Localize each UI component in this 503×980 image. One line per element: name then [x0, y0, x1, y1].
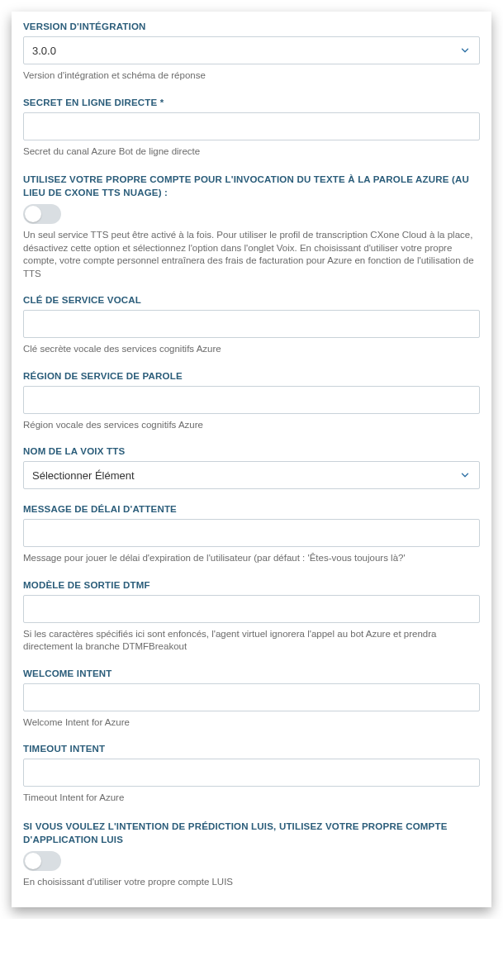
toggle-use-luis[interactable] [23, 851, 61, 871]
select-tts-voice-name-value: Sélectionner Élément [32, 469, 459, 482]
chevron-down-icon [459, 45, 471, 56]
help-welcome-intent: Welcome Intent for Azure [23, 716, 480, 730]
help-integration-version: Version d'intégration et schéma de répon… [23, 69, 480, 83]
help-timeout-intent: Timeout Intent for Azure [23, 792, 480, 805]
label-welcome-intent: WELCOME INTENT [23, 668, 480, 678]
field-integration-version: VERSION D'INTÉGRATION 3.0.0 Version d'in… [23, 21, 480, 83]
field-welcome-intent: WELCOME INTENT Welcome Intent for Azure [23, 668, 480, 730]
toggle-use-own-azure-tts[interactable] [23, 204, 61, 224]
label-use-own-azure-tts: UTILISEZ VOTRE PROPRE COMPTE POUR L'INVO… [23, 173, 480, 199]
label-timeout-message: MESSAGE DE DÉLAI D'ATTENTE [23, 504, 480, 514]
input-directline-secret[interactable] [23, 112, 480, 140]
select-integration-version-value: 3.0.0 [32, 45, 459, 57]
toggle-knob [25, 206, 41, 222]
label-integration-version: VERSION D'INTÉGRATION [23, 21, 480, 31]
label-directline-secret: SECRET EN LIGNE DIRECTE * [23, 98, 480, 107]
field-timeout-message: MESSAGE DE DÉLAI D'ATTENTE Message pour … [23, 504, 480, 565]
label-tts-voice-name: NOM DE LA VOIX TTS [23, 446, 480, 456]
input-timeout-message[interactable] [23, 519, 480, 547]
help-speech-region: Région vocale des services cognitifs Azu… [23, 419, 480, 432]
select-integration-version[interactable]: 3.0.0 [23, 36, 480, 64]
chevron-down-icon [459, 469, 471, 481]
field-dtmf-model: MODÈLE DE SORTIE DTMF Si les caractères … [23, 580, 480, 654]
label-use-luis: SI VOUS VOULEZ L'INTENTION DE PRÉDICTION… [23, 820, 480, 846]
field-timeout-intent: TIMEOUT INTENT Timeout Intent for Azure [23, 744, 480, 805]
help-use-luis: En choisissant d'utiliser votre propre c… [23, 876, 480, 889]
field-speech-region: RÉGION DE SERVICE DE PAROLE Région vocal… [23, 371, 480, 432]
input-dtmf-model[interactable] [23, 595, 480, 623]
help-use-own-azure-tts: Un seul service TTS peut être activé à l… [23, 229, 480, 280]
input-speech-region[interactable] [23, 386, 480, 414]
field-use-own-azure-tts: UTILISEZ VOTRE PROPRE COMPTE POUR L'INVO… [23, 173, 480, 280]
label-voice-service-key: CLÉ DE SERVICE VOCAL [23, 295, 480, 305]
help-dtmf-model: Si les caractères spécifiés ici sont enf… [23, 628, 480, 654]
field-use-luis: SI VOUS VOULEZ L'INTENTION DE PRÉDICTION… [23, 820, 480, 889]
input-voice-service-key[interactable] [23, 310, 480, 338]
input-timeout-intent[interactable] [23, 759, 480, 787]
input-welcome-intent[interactable] [23, 683, 480, 711]
integration-form-panel: VERSION D'INTÉGRATION 3.0.0 Version d'in… [12, 12, 491, 907]
help-timeout-message: Message pour jouer le délai d'expiration… [23, 552, 480, 565]
field-tts-voice-name: NOM DE LA VOIX TTS Sélectionner Élément [23, 446, 480, 489]
label-speech-region: RÉGION DE SERVICE DE PAROLE [23, 371, 480, 381]
help-voice-service-key: Clé secrète vocale des services cognitif… [23, 343, 480, 356]
help-directline-secret: Secret du canal Azure Bot de ligne direc… [23, 145, 480, 159]
label-timeout-intent: TIMEOUT INTENT [23, 744, 480, 754]
toggle-knob [25, 853, 41, 869]
label-dtmf-model: MODÈLE DE SORTIE DTMF [23, 580, 480, 590]
field-directline-secret: SECRET EN LIGNE DIRECTE * Secret du cana… [23, 98, 480, 159]
field-voice-service-key: CLÉ DE SERVICE VOCAL Clé secrète vocale … [23, 295, 480, 356]
select-tts-voice-name[interactable]: Sélectionner Élément [23, 461, 480, 489]
